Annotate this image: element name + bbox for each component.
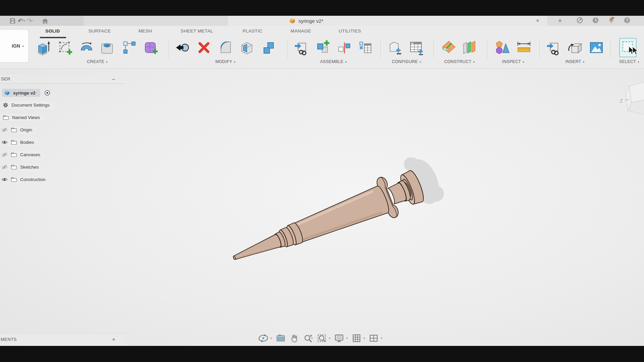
midplane-icon[interactable] bbox=[461, 38, 478, 57]
tab-mesh[interactable]: MESH bbox=[139, 28, 152, 34]
assemble-caret-icon: ▾ bbox=[345, 60, 347, 64]
browser-item-sketches[interactable]: Sketches bbox=[0, 162, 44, 172]
fit-icon[interactable] bbox=[316, 333, 328, 344]
insert-mesh-icon[interactable] bbox=[566, 38, 584, 57]
visibility-eye-off-icon[interactable] bbox=[0, 127, 9, 132]
tab-plastic[interactable]: PLASTIC bbox=[243, 28, 262, 34]
browser-collapse-icon[interactable]: – bbox=[112, 76, 115, 82]
joint-icon[interactable] bbox=[335, 38, 353, 57]
undo-caret-icon[interactable]: ▾ bbox=[23, 19, 25, 22]
hole-icon[interactable] bbox=[99, 38, 117, 57]
measure-icon[interactable] bbox=[515, 38, 533, 57]
rectangular-pattern-icon[interactable] bbox=[121, 38, 138, 57]
group-label-select[interactable]: SELECT▾ bbox=[619, 59, 639, 64]
create-caret-icon: ▾ bbox=[106, 60, 108, 64]
add-comment-icon[interactable]: + bbox=[112, 336, 115, 343]
group-divider bbox=[433, 39, 434, 58]
group-insert-tools bbox=[545, 38, 605, 57]
tab-manage[interactable]: MANAGE bbox=[291, 28, 311, 34]
visibility-eye-icon[interactable] bbox=[0, 140, 9, 145]
construction-plane-icon[interactable] bbox=[439, 38, 457, 57]
gear-icon bbox=[3, 102, 8, 108]
browser-root-component[interactable]: syringe v2 bbox=[0, 88, 50, 98]
undo-button[interactable]: ↶▾ bbox=[18, 17, 25, 25]
grid-caret-icon[interactable]: ▾ bbox=[364, 337, 365, 340]
shell-icon[interactable] bbox=[238, 38, 256, 57]
save-button[interactable] bbox=[9, 17, 16, 25]
home-button[interactable] bbox=[42, 17, 49, 25]
extrude-icon[interactable] bbox=[35, 38, 52, 57]
viewports-caret-icon[interactable]: ▾ bbox=[381, 337, 382, 340]
folder-icon bbox=[11, 152, 17, 157]
visibility-eye-icon[interactable] bbox=[0, 177, 9, 182]
redo-caret-icon[interactable]: ▾ bbox=[33, 19, 34, 22]
close-tab-icon[interactable]: × bbox=[536, 17, 539, 24]
group-label-configure[interactable]: CONFIGURE▾ bbox=[392, 59, 421, 64]
visibility-eye-off-icon[interactable] bbox=[0, 165, 9, 170]
zoom-icon[interactable] bbox=[303, 333, 314, 344]
application-tab-bar: ↶▾ ↷▾ syringe v2* × bbox=[0, 16, 644, 26]
viewports-icon[interactable] bbox=[368, 333, 379, 344]
group-divider bbox=[168, 39, 169, 58]
notifications-bell-icon[interactable] bbox=[608, 16, 615, 25]
fillet-icon[interactable] bbox=[217, 38, 234, 57]
pan-icon[interactable] bbox=[289, 333, 300, 344]
group-label-insert[interactable]: INSERT▾ bbox=[565, 59, 584, 64]
browser-item-origin[interactable]: Origin bbox=[0, 125, 37, 135]
delete-icon[interactable] bbox=[195, 38, 213, 57]
job-status-icon[interactable] bbox=[592, 17, 599, 25]
view-cube[interactable]: Z bbox=[618, 80, 644, 121]
folder-icon bbox=[11, 140, 17, 145]
component-cube-icon bbox=[4, 90, 10, 96]
folder-icon bbox=[3, 115, 9, 120]
group-assemble-tools bbox=[292, 38, 374, 57]
revolve-icon[interactable] bbox=[78, 38, 95, 57]
configuration-table-icon[interactable] bbox=[408, 38, 425, 57]
new-tab-icon[interactable]: + bbox=[558, 16, 562, 26]
press-pull-icon[interactable] bbox=[174, 38, 191, 57]
combine-icon[interactable] bbox=[260, 38, 277, 57]
group-label-inspect[interactable]: INSPECT▾ bbox=[502, 59, 524, 64]
browser-item-canvases[interactable]: Canvases bbox=[0, 149, 45, 160]
orbit-caret-icon[interactable]: ▾ bbox=[270, 337, 272, 340]
ribbon-toolbar: SOLID SURFACE MESH SHEET METAL PLASTIC M… bbox=[0, 26, 644, 69]
group-label-assemble[interactable]: ASSEMBLE▾ bbox=[320, 59, 347, 64]
configuration-icon[interactable] bbox=[386, 38, 404, 57]
comments-panel[interactable]: MENTS + bbox=[0, 333, 125, 345]
workspace-caret-icon: ▾ bbox=[22, 44, 24, 48]
tab-sheet-metal[interactable]: SHEET METAL bbox=[181, 28, 213, 34]
help-icon[interactable]: ? bbox=[624, 17, 631, 25]
browser-item-named-views[interactable]: Named Views bbox=[0, 112, 45, 122]
insert-into-design-icon[interactable] bbox=[292, 38, 310, 57]
workspace-selector[interactable]: IGN▾ bbox=[0, 29, 29, 63]
browser-item-bodies[interactable]: Bodies bbox=[0, 137, 39, 147]
orbit-icon[interactable] bbox=[258, 333, 269, 344]
group-label-create[interactable]: CREATE▾ bbox=[87, 59, 107, 64]
browser-item-construction[interactable]: Construction bbox=[0, 174, 50, 184]
tab-utilities[interactable]: UTILITIES bbox=[339, 28, 361, 34]
syringe-model[interactable] bbox=[217, 158, 452, 272]
activate-component-radio[interactable] bbox=[44, 90, 50, 96]
create-form-icon[interactable] bbox=[142, 38, 160, 57]
fit-caret-icon[interactable]: ▾ bbox=[329, 337, 331, 340]
tab-solid[interactable]: SOLID bbox=[45, 28, 60, 34]
document-tab[interactable]: syringe v2* × bbox=[228, 16, 547, 26]
tab-surface[interactable]: SURFACE bbox=[89, 28, 111, 34]
canvas-icon[interactable] bbox=[588, 38, 605, 57]
group-label-construct[interactable]: CONSTRUCT▾ bbox=[444, 59, 475, 64]
redo-button[interactable]: ↷▾ bbox=[27, 17, 34, 25]
new-component-icon[interactable] bbox=[314, 38, 331, 57]
group-label-modify[interactable]: MODIFY▾ bbox=[215, 59, 235, 64]
grid-and-snaps-icon[interactable] bbox=[351, 333, 362, 344]
bom-icon[interactable] bbox=[357, 38, 374, 57]
display-settings-caret-icon[interactable]: ▾ bbox=[346, 337, 348, 340]
display-settings-icon[interactable] bbox=[333, 333, 345, 344]
create-sketch-icon[interactable] bbox=[56, 38, 74, 57]
interference-check-icon[interactable] bbox=[494, 38, 511, 57]
browser-item-document-settings[interactable]: Document Settings bbox=[0, 100, 54, 110]
extensions-icon[interactable] bbox=[576, 17, 583, 25]
look-at-icon[interactable] bbox=[275, 333, 286, 344]
insert-derive-icon[interactable] bbox=[545, 38, 562, 57]
visibility-eye-off-icon[interactable] bbox=[0, 152, 9, 157]
insert-caret-icon: ▾ bbox=[583, 60, 585, 64]
